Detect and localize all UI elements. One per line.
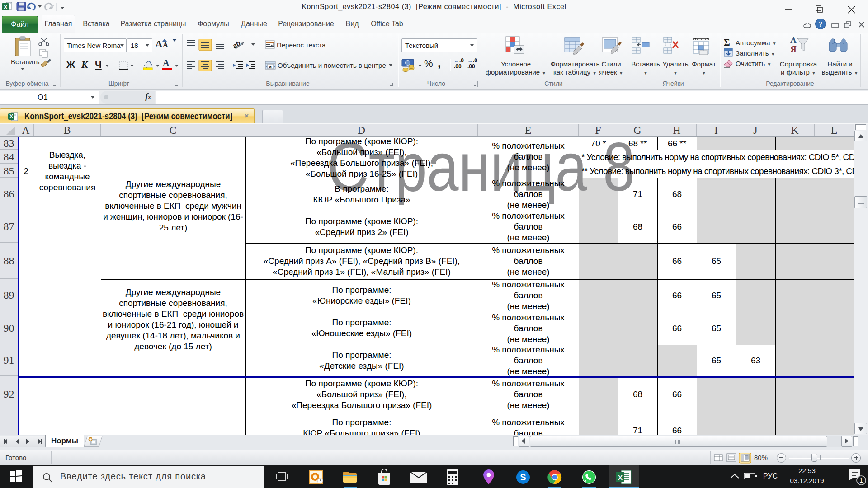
svg-text:А: А (790, 35, 797, 45)
svg-text:X: X (618, 474, 623, 481)
svg-text:1: 1 (859, 477, 863, 484)
svg-text:а: а (269, 64, 272, 69)
svg-text:S: S (520, 472, 526, 482)
svg-text:X: X (9, 113, 13, 120)
svg-text:Я: Я (790, 44, 797, 54)
svg-text:?: ? (819, 20, 823, 28)
svg-text:X: X (4, 4, 8, 10)
